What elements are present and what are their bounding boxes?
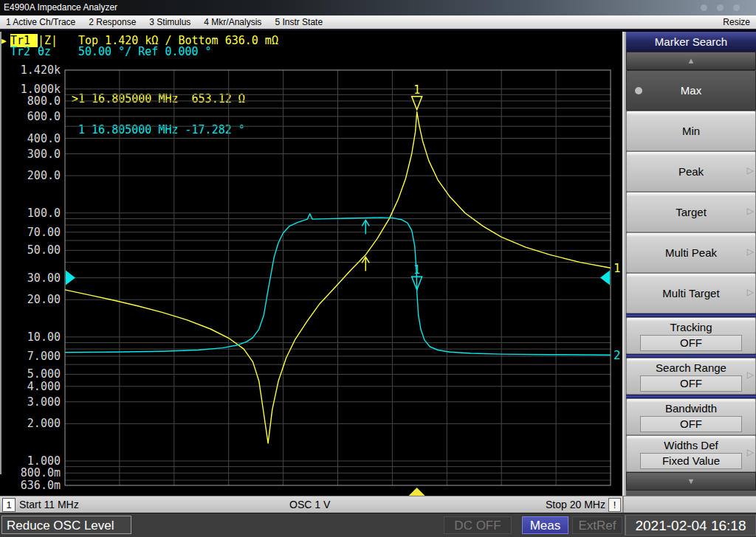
softkey-widths-def[interactable]: Widths DefFixed Value▷	[626, 435, 756, 472]
y-tick-label: 1.000k	[21, 83, 61, 96]
instrument-status-bar: Reduce OSC Level DC OFF Meas ExtRef 2021…	[0, 513, 756, 537]
softkey-value: OFF	[640, 416, 742, 432]
y-tick-label: 400.0	[27, 132, 61, 145]
y-tick-label: 300.0	[27, 148, 61, 161]
y-tick-label: 1.420k	[21, 63, 61, 77]
softkey-label: Peak	[627, 164, 755, 179]
close-icon[interactable]	[733, 4, 740, 11]
status-message: Reduce OSC Level	[1, 516, 131, 534]
dc-bias-status: DC OFF	[444, 516, 512, 534]
osc-level-label: OSC 1 V	[289, 499, 330, 510]
submenu-arrow-icon: ▷	[747, 447, 754, 457]
ref-level-arrow-left-icon[interactable]	[66, 271, 75, 285]
menu-item-2[interactable]: 2 Response	[89, 17, 136, 27]
marker-1-number[interactable]: 1	[413, 83, 420, 97]
menu-bar: 1 Active Ch/Trace2 Response3 Stimulus4 M…	[0, 15, 756, 30]
menu-item-1[interactable]: 1 Active Ch/Trace	[6, 17, 75, 27]
minimize-icon[interactable]	[701, 4, 707, 11]
y-tick-label: 30.00	[27, 271, 61, 285]
submenu-arrow-icon: ▷	[747, 246, 754, 257]
softkey-bandwidth[interactable]: BandwidthOFF	[626, 398, 756, 435]
softkey-target[interactable]: Target▷	[626, 192, 756, 232]
y-tick-label: 100.0	[27, 207, 61, 220]
graph-area: 1.420k1.000k800.0600.0400.0300.0200.0100…	[0, 32, 626, 496]
external-reference-status: ExtRef	[572, 516, 622, 534]
softkey-label: Min	[627, 124, 755, 138]
trace-end-label: 1	[614, 261, 621, 275]
channel-status-row: 1 Start 11 MHz OSC 1 V Stop 20 MHz !	[0, 496, 756, 513]
menu-item-5[interactable]: 5 Instr State	[275, 17, 323, 27]
y-tick-label: 20.00	[27, 293, 61, 306]
submenu-arrow-icon: ▷	[747, 370, 754, 380]
softkey-value: OFF	[640, 335, 742, 351]
datetime-display: 2021-02-04 16:18	[625, 515, 756, 536]
ref-level-arrow-right-icon[interactable]	[600, 271, 610, 285]
y-tick-label: 10.00	[27, 330, 61, 344]
scroll-down-button[interactable]: ▼	[626, 472, 756, 491]
maximize-icon[interactable]	[717, 4, 724, 11]
softkey-label: Widths Def	[627, 438, 755, 452]
softkey-menu-title: Marker Search	[626, 32, 756, 52]
softkey-label: Multi Target	[627, 286, 755, 300]
y-tick-label: 5.000	[27, 367, 61, 381]
title-bar: E4990A Impedance Analyzer	[0, 0, 756, 15]
channel-number-badge: 1	[2, 498, 16, 512]
menu-item-3[interactable]: 3 Stimulus	[149, 17, 190, 27]
marker-1-number[interactable]: 1	[413, 263, 420, 277]
softkey-label: Search Range	[627, 361, 755, 375]
y-tick-label: 3.000	[27, 395, 61, 409]
softkey-multi-peak[interactable]: Multi Peak▷	[626, 232, 756, 273]
softkey-max[interactable]: Max	[626, 70, 756, 111]
scroll-up-button[interactable]: ▲	[626, 52, 756, 70]
softkey-label: Target	[627, 205, 755, 219]
y-tick-label: 70.00	[27, 226, 61, 239]
application-window: E4990A Impedance Analyzer 1 Active Ch/Tr…	[0, 0, 756, 537]
instrument-screen: ▶ Tr1 |Z| Top 1.420 kΩ / Bottom 636.0 mΩ…	[0, 32, 626, 496]
trace-end-label: 2	[614, 348, 621, 362]
softkey-value: Fixed Value	[640, 453, 742, 469]
stop-frequency-label: Stop 20 MHz	[546, 499, 605, 510]
marker-1-triangle-icon[interactable]	[412, 97, 422, 110]
y-tick-label: 2.000	[27, 417, 61, 430]
y-tick-label: 800.0	[27, 94, 61, 108]
stimulus-marker-icon[interactable]	[408, 488, 427, 496]
start-frequency-label: Start 11 MHz	[19, 499, 79, 510]
submenu-arrow-icon: ▷	[747, 206, 754, 216]
softkey-menu: Marker Search ▲ MaxMinPeak▷Target▷Multi …	[626, 32, 756, 513]
window-title: E4990A Impedance Analyzer	[4, 2, 117, 13]
radio-dot-icon	[635, 87, 642, 94]
y-tick-label: 200.0	[27, 169, 61, 182]
y-tick-label: 50.00	[27, 243, 61, 257]
softkey-tracking[interactable]: TrackingOFF	[626, 317, 756, 354]
submenu-arrow-icon: ▷	[747, 165, 754, 176]
menu-item-resize[interactable]: Resize	[723, 17, 750, 27]
submenu-arrow-icon: ▷	[747, 287, 754, 297]
y-tick-label: 4.000	[27, 380, 61, 393]
softkey-value: OFF	[640, 375, 742, 392]
channel-row-divider	[622, 496, 624, 513]
softkey-multi-target[interactable]: Multi Target▷	[626, 273, 756, 313]
softkey-min[interactable]: Min	[626, 111, 756, 151]
measurement-status: Meas	[522, 516, 568, 534]
y-tick-label: 7.000	[27, 350, 61, 363]
softkey-search-range[interactable]: Search RangeOFF▷	[626, 358, 756, 395]
y-tick-label: 600.0	[27, 110, 61, 123]
warning-indicator: !	[608, 498, 621, 512]
softkey-peak[interactable]: Peak▷	[626, 151, 756, 192]
softkey-label: Bandwidth	[627, 401, 755, 415]
y-tick-label: 636.0m	[21, 479, 61, 492]
softkey-label: Max	[627, 83, 755, 97]
menu-item-4[interactable]: 4 Mkr/Analysis	[204, 17, 261, 27]
y-tick-label: 800.0m	[21, 466, 61, 479]
softkey-label: Tracking	[627, 320, 755, 334]
softkey-label: Multi Peak	[627, 246, 755, 260]
